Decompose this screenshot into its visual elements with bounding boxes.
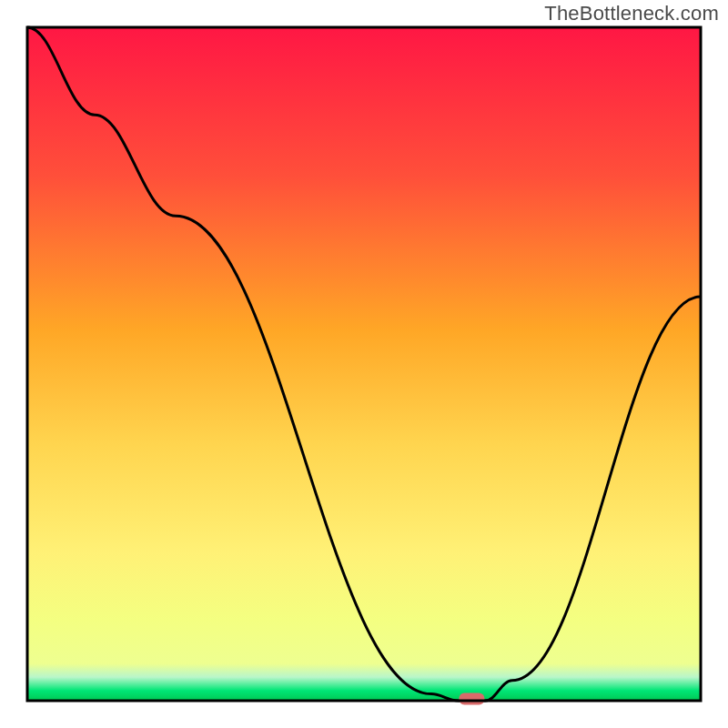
- plot-background: [27, 27, 701, 701]
- watermark-text: TheBottleneck.com: [544, 2, 719, 25]
- optimum-marker: [459, 693, 484, 705]
- bottleneck-chart: TheBottleneck.com: [0, 0, 728, 728]
- chart-svg: [0, 0, 728, 728]
